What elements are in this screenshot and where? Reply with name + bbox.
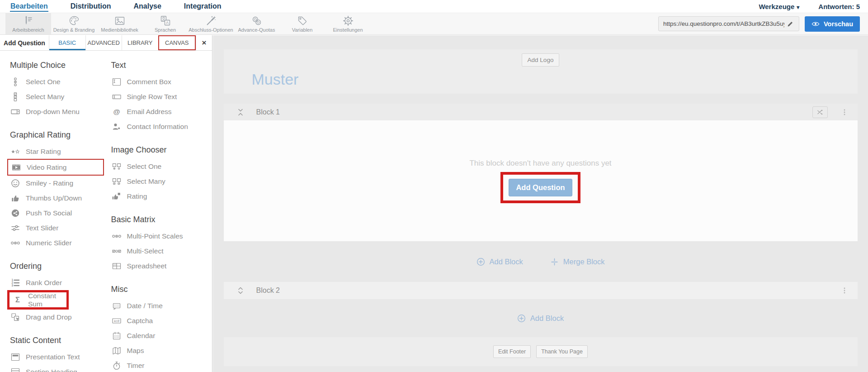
question-type-section-heading[interactable]: Section Heading [10,364,111,372]
question-type-maps[interactable]: Maps [111,343,212,358]
toolbar-sprachen[interactable]: ASprachen [142,13,188,34]
question-type-label: Video Rating [27,163,66,172]
map-icon [111,346,122,355]
survey-header-card: Add Logo Muster [224,49,858,94]
expand-icon[interactable] [236,286,245,295]
section-title: Graphical Rating [10,130,111,140]
add-block-row: Add Block [224,299,858,337]
question-type-select-one[interactable]: Select One [111,159,212,174]
question-type-spreadsheet[interactable]: Spreadsheet [111,258,212,273]
toolbar-label: Advance-Quotas [238,27,275,33]
question-type-select-one[interactable]: Select One [10,74,111,89]
section-image-chooser: Image ChooserSelect OneSelect ManyRating [111,145,212,204]
section-title: Misc [111,285,212,294]
toolbar-variablen[interactable]: Variablen [279,13,325,34]
question-type-label: Thumbs Up/Down [26,194,82,202]
question-type-drop-down-menu[interactable]: Drop-down Menu [10,104,111,119]
preview-button[interactable]: Vorschau [805,16,860,32]
merge-block-button[interactable]: Merge Block [550,258,605,266]
toolbar-advance-quotas[interactable]: Advance-Quotas [234,13,279,34]
question-type-multi-select[interactable]: Multi-Select [111,243,212,258]
question-type-select-many[interactable]: Select Many [10,89,111,104]
question-type-label: Push To Social [26,209,72,217]
question-type-single-row-text[interactable]: Single Row Text [111,89,212,104]
tag-icon [297,15,308,27]
tab-canvas[interactable]: CANVAS [158,35,196,50]
question-type-calendar[interactable]: Calendar [111,328,212,343]
question-type-label: Captcha [127,317,153,325]
add-question-panel: Add Question BASICADVANCEDLIBRARYCANVAS … [0,35,212,372]
edit-url-pencil-icon[interactable] [784,18,796,30]
question-type-label: Rating [127,192,147,200]
svg-text:3: 3 [12,284,14,287]
kebab-menu-icon[interactable] [840,286,849,295]
question-type-rank-order[interactable]: 123Rank Order [10,275,111,290]
question-type-label: Spreadsheet [127,262,167,270]
question-type-label: Star Rating [26,148,61,156]
thank-you-page-button[interactable]: Thank You Page [536,345,588,358]
section-basic-matrix: Basic MatrixMulti-Point ScalesMulti-Sele… [111,215,212,273]
nav-analyse[interactable]: Analyse [133,1,161,12]
tab-library[interactable]: LIBRARY [122,35,158,50]
add-block-button-2[interactable]: Add Block [517,314,564,323]
collapse-icon[interactable] [236,108,245,116]
plus-circle-icon [517,314,526,323]
kebab-menu-icon[interactable] [840,108,849,116]
question-type-drag-and-drop[interactable]: Drag and Drop [10,310,111,324]
nav-integration[interactable]: Integration [184,1,222,12]
toolbar-abschluss-optionen[interactable]: Abschluss-Optionen [188,13,234,34]
add-logo-button[interactable]: Add Logo [522,53,560,67]
toolbar-design-branding[interactable]: Design & Branding [51,13,97,34]
question-type-constant-sum[interactable]: ΣConstant Sum [7,290,69,310]
question-type-rating[interactable]: Rating [111,189,212,204]
question-type-push-to-social[interactable]: Push To Social [10,205,111,220]
question-type-date-time[interactable]: Date / Time [111,298,212,313]
nav-bearbeiten[interactable]: Bearbeiten [10,1,48,12]
question-type-select-many[interactable]: Select Many [111,174,212,189]
question-type-video-rating[interactable]: Video Rating [7,159,104,176]
section-title: Static Content [10,336,111,345]
question-type-timer[interactable]: Timer [111,358,212,372]
image-rating-icon [111,191,122,201]
question-type-contact-information[interactable]: Contact Information [111,119,212,134]
wand-icon [205,15,217,27]
close-panel-button[interactable]: × [196,35,212,50]
question-type-captcha[interactable]: kc8Captcha [111,313,212,328]
question-type-email-address[interactable]: @Email Address [111,104,212,119]
question-type-thumbs-up-down[interactable]: Thumbs Up/Down [10,191,111,205]
responses-count[interactable]: Antworten: 5 [818,3,860,10]
question-type-text-slider[interactable]: Text Slider [10,220,111,235]
tools-menu[interactable]: Werkzeuge▾ [759,3,799,10]
question-type-smiley-rating[interactable]: Smiley - Rating [10,176,111,191]
gear-icon [342,15,354,27]
survey-canvas: Add Logo Muster Block 1 [213,35,868,372]
randomize-questions-button[interactable] [812,106,828,118]
dropdown-icon [10,107,21,116]
question-type-star-rating[interactable]: Star Rating [10,144,111,159]
question-type-multi-point-scales[interactable]: Multi-Point Scales [111,229,212,243]
question-type-numeric-slider[interactable]: Numeric Slider [10,235,111,250]
plus-circle-icon [476,258,485,266]
section-title: Ordering [10,262,111,271]
survey-title[interactable]: Muster [252,71,299,88]
tab-advanced[interactable]: ADVANCED [85,35,122,50]
palette-icon [68,15,80,27]
block-2-card: Block 2 [224,282,858,299]
add-block-button[interactable]: Add Block [476,258,523,266]
survey-url-input[interactable] [663,20,784,27]
toolbar-medienbibliothek[interactable]: Medienbibliothek [97,13,142,34]
question-type-comment-box[interactable]: Comment Box [111,74,212,89]
numbered-list-icon: 123 [10,278,21,287]
block-title: Block 2 [256,286,280,295]
question-type-label: Single Row Text [127,93,177,101]
toolbar-einstellungen[interactable]: Einstellungen [325,13,371,34]
edit-footer-button[interactable]: Edit Footer [493,345,531,358]
toolbar-arbeitsbereich[interactable]: Arbeitsbereich [5,13,51,34]
question-type-label: Maps [127,347,144,355]
primary-nav: BearbeitenDistributionAnalyseIntegration [10,1,222,12]
section-title: Multiple Choice [10,61,111,70]
question-type-presentation-text[interactable]: Presentation Text [10,349,111,364]
tab-basic[interactable]: BASIC [49,35,85,50]
nav-distribution[interactable]: Distribution [70,1,112,12]
add-question-button[interactable]: Add Question [509,179,572,196]
